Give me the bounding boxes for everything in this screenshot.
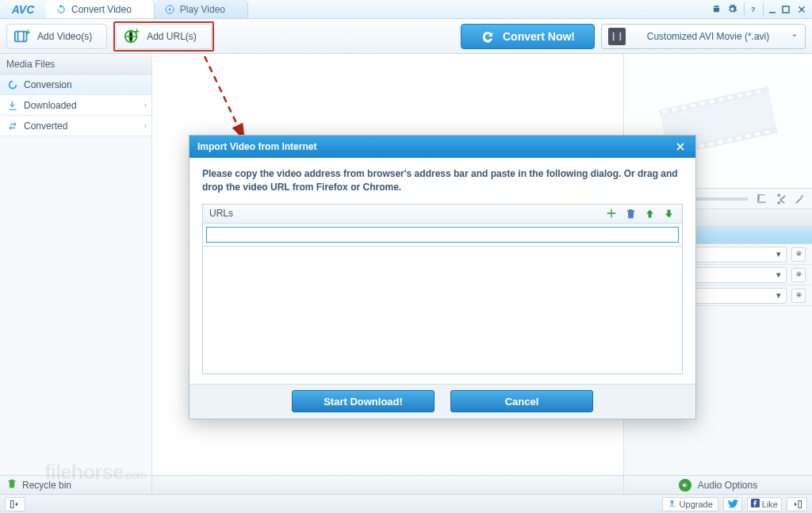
title-bar: AVC Convert Video Play Video ? bbox=[0, 0, 812, 19]
settings-icon[interactable] bbox=[725, 2, 739, 17]
dialog-button-row: Start Download! Cancel bbox=[190, 384, 695, 419]
sidebar-item-label: Conversion bbox=[24, 79, 72, 90]
convert-now-button[interactable]: Convert Now! bbox=[461, 24, 595, 49]
sidebar-item-conversion[interactable]: Conversion bbox=[0, 75, 151, 95]
spinner-icon bbox=[6, 78, 19, 91]
twitter-icon bbox=[727, 498, 738, 511]
cancel-button[interactable]: Cancel bbox=[450, 390, 593, 412]
audio-options-label: Audio Options bbox=[698, 480, 757, 491]
close-button[interactable] bbox=[795, 2, 809, 17]
refresh-icon bbox=[56, 4, 67, 15]
film-icon bbox=[608, 28, 626, 45]
output-format-dropdown[interactable]: Customized AVI Movie (*.avi) bbox=[601, 24, 806, 49]
refresh-icon bbox=[481, 29, 495, 44]
dialog-titlebar: Import Video from Internet bbox=[190, 136, 695, 158]
tab-label: Convert Video bbox=[71, 4, 132, 15]
urls-column-header: URLs bbox=[209, 208, 604, 219]
wand-icon[interactable] bbox=[793, 193, 806, 205]
chevron-right-icon: › bbox=[144, 101, 147, 109]
dialog-close-button[interactable] bbox=[673, 140, 688, 154]
add-videos-button[interactable]: + Add Video(s) bbox=[6, 24, 107, 49]
window-controls: ? bbox=[709, 0, 812, 18]
option-gear-1[interactable] bbox=[791, 247, 806, 262]
tab-label: Play Video bbox=[180, 4, 225, 15]
recycle-label: Recycle bin bbox=[22, 480, 71, 491]
svg-rect-2 bbox=[769, 12, 776, 13]
film-plus-icon: + bbox=[13, 28, 31, 45]
svg-rect-3 bbox=[783, 6, 789, 13]
url-input[interactable] bbox=[206, 227, 679, 243]
url-list-empty-area bbox=[203, 247, 682, 373]
main-toolbar: + Add Video(s) + Add URL(s) Convert Now!… bbox=[0, 19, 812, 54]
download-icon bbox=[6, 99, 19, 112]
move-up-icon[interactable] bbox=[642, 206, 657, 220]
svg-rect-10 bbox=[620, 32, 622, 40]
convert-icon bbox=[6, 120, 19, 132]
option-gear-2[interactable] bbox=[791, 268, 806, 282]
sidebar-item-downloaded[interactable]: Downloaded › bbox=[0, 95, 151, 116]
dialog-instruction: Please copy the video address from brows… bbox=[202, 167, 683, 194]
upload-icon bbox=[668, 499, 676, 509]
sidebar-item-label: Downloaded bbox=[24, 100, 77, 111]
dialog-title: Import Video from Internet bbox=[197, 141, 316, 152]
chevron-down-icon bbox=[791, 31, 799, 42]
app-logo: AVC bbox=[0, 0, 46, 18]
shopping-icon[interactable] bbox=[709, 2, 723, 17]
start-download-button[interactable]: Start Download! bbox=[292, 390, 435, 412]
minimize-button[interactable] bbox=[763, 2, 777, 17]
chevron-down-icon: ▾ bbox=[776, 249, 781, 259]
import-url-dialog: Import Video from Internet Please copy t… bbox=[189, 135, 696, 419]
chevron-down-icon: ▾ bbox=[776, 290, 781, 301]
speaker-icon bbox=[679, 479, 691, 492]
globe-plus-icon: + bbox=[123, 28, 140, 45]
upgrade-label: Upgrade bbox=[680, 500, 713, 509]
scissors-icon[interactable] bbox=[774, 193, 787, 205]
crop-icon[interactable] bbox=[755, 193, 768, 205]
button-label: Convert Now! bbox=[503, 30, 575, 43]
maximize-button[interactable] bbox=[779, 2, 793, 17]
play-icon bbox=[164, 4, 175, 15]
svg-text:?: ? bbox=[751, 6, 756, 13]
add-urls-button[interactable]: + Add URL(s) bbox=[116, 24, 212, 49]
help-icon[interactable]: ? bbox=[744, 2, 758, 17]
button-label: Add URL(s) bbox=[147, 31, 197, 42]
svg-text:+: + bbox=[135, 28, 140, 36]
annotation-highlight: + Add URL(s) bbox=[113, 21, 214, 52]
svg-rect-41 bbox=[799, 500, 802, 507]
sidebar-header: Media Files bbox=[0, 54, 151, 75]
sidebar-item-label: Converted bbox=[24, 121, 67, 132]
tab-convert-video[interactable]: Convert Video bbox=[46, 0, 155, 18]
status-bar-upper: Recycle bin Audio Options bbox=[0, 475, 812, 494]
move-down-icon[interactable] bbox=[661, 206, 676, 220]
svg-rect-9 bbox=[613, 32, 615, 40]
chevron-right-icon: › bbox=[144, 121, 147, 130]
facebook-like-button[interactable]: Like bbox=[747, 497, 782, 511]
format-label: Customized AVI Movie (*.avi) bbox=[632, 31, 784, 42]
like-label: Like bbox=[762, 500, 778, 509]
layout-toggle-right[interactable] bbox=[787, 497, 807, 511]
button-label: Add Video(s) bbox=[37, 31, 92, 42]
option-gear-3[interactable] bbox=[791, 289, 806, 303]
delete-url-icon[interactable] bbox=[623, 206, 638, 220]
recycle-bin[interactable]: Recycle bin bbox=[0, 476, 152, 494]
layout-toggle-left[interactable] bbox=[5, 497, 25, 511]
trash-icon bbox=[6, 478, 17, 492]
svg-rect-39 bbox=[11, 500, 14, 507]
add-url-icon[interactable] bbox=[604, 206, 619, 220]
audio-options-button[interactable]: Audio Options bbox=[623, 476, 812, 494]
facebook-icon bbox=[751, 499, 760, 509]
url-list-container: URLs bbox=[202, 204, 683, 374]
svg-text:+: + bbox=[25, 28, 30, 36]
status-bar-lower: Upgrade Like bbox=[0, 494, 812, 513]
chevron-down-icon: ▾ bbox=[776, 270, 781, 280]
twitter-button[interactable] bbox=[723, 497, 742, 511]
sidebar-item-converted[interactable]: Converted › bbox=[0, 116, 151, 136]
tab-play-video[interactable]: Play Video bbox=[155, 0, 248, 18]
upgrade-button[interactable]: Upgrade bbox=[662, 497, 718, 511]
sidebar: Media Files Conversion Downloaded › Conv… bbox=[0, 54, 152, 475]
